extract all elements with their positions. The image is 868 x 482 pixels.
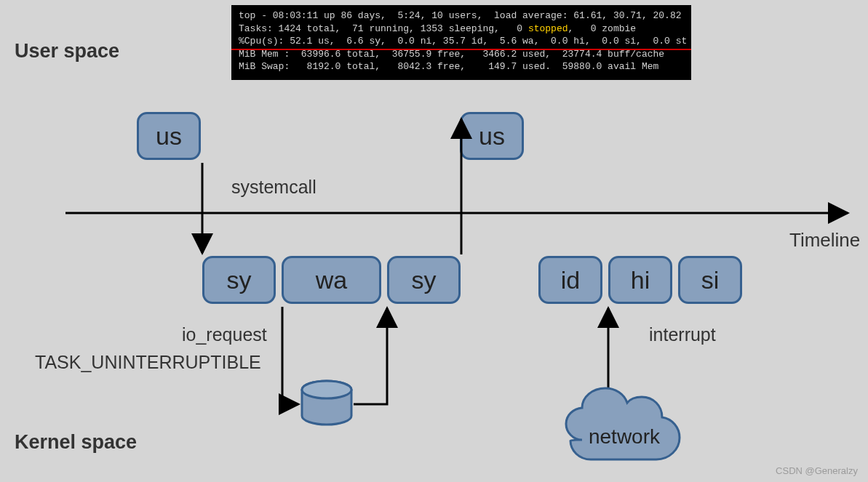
label-task-uninterruptible: TASK_UNINTERRUPTIBLE xyxy=(35,352,261,373)
arrow-wa-to-disk xyxy=(282,307,298,404)
cloud-icon: network xyxy=(566,388,680,459)
state-box-wa: wa xyxy=(282,256,381,304)
cloud-label: network xyxy=(589,425,661,448)
state-box-us-1: us xyxy=(137,112,201,160)
state-text-hi: hi xyxy=(631,266,650,294)
label-io-request: io_request xyxy=(182,324,267,345)
svg-point-0 xyxy=(302,381,351,398)
state-text-sy-2: sy xyxy=(412,266,437,294)
arrow-disk-to-sy xyxy=(354,308,387,404)
state-text-si: si xyxy=(701,266,720,294)
label-timeline: Timeline xyxy=(789,229,860,252)
label-systemcall: systemcall xyxy=(231,177,316,198)
watermark: CSDN @Generalzy xyxy=(776,465,858,476)
terminal-cpu-underline xyxy=(231,49,691,50)
state-text-us-2: us xyxy=(479,122,505,150)
terminal-line-2c: , 0 zombie xyxy=(568,23,636,34)
label-interrupt: interrupt xyxy=(649,324,716,345)
state-text-sy-1: sy xyxy=(227,266,252,294)
state-text-wa: wa xyxy=(316,266,347,294)
state-box-si: si xyxy=(678,256,742,304)
terminal-line-5: MiB Swap: 8192.0 total, 8042.3 free, 149… xyxy=(239,61,658,72)
state-box-id: id xyxy=(538,256,602,304)
terminal-top-output: top - 08:03:11 up 86 days, 5:24, 10 user… xyxy=(231,5,691,80)
terminal-line-2a: Tasks: 1424 total, 71 running, 1353 slee… xyxy=(239,23,528,34)
state-box-sy-1: sy xyxy=(202,256,276,304)
state-box-sy-2: sy xyxy=(387,256,461,304)
terminal-line-3: %Cpu(s): 52.1 us, 6.6 sy, 0.0 ni, 35.7 i… xyxy=(239,36,687,47)
state-box-hi: hi xyxy=(608,256,672,304)
terminal-line-1: top - 08:03:11 up 86 days, 5:24, 10 user… xyxy=(239,10,682,21)
state-text-id: id xyxy=(561,266,580,294)
terminal-line-2-stopped: stopped xyxy=(528,23,568,34)
disk-icon xyxy=(302,381,351,425)
heading-kernel-space: Kernel space xyxy=(15,431,137,454)
state-text-us-1: us xyxy=(156,122,182,150)
state-box-us-2: us xyxy=(460,112,524,160)
heading-user-space: User space xyxy=(15,40,119,63)
svg-point-1 xyxy=(302,381,351,398)
